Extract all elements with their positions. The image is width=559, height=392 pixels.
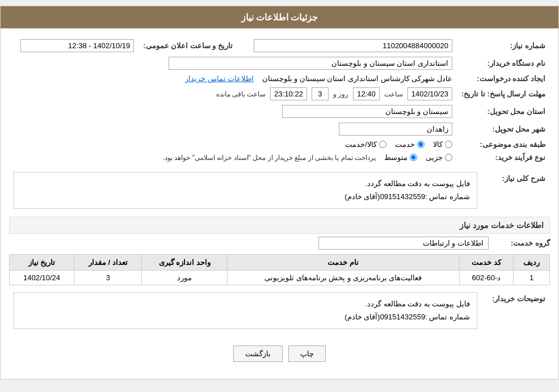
radio-goods-label: کالا <box>433 140 443 149</box>
radio-service[interactable] <box>417 141 424 148</box>
remaining-day-box: 3 <box>312 87 329 100</box>
purchase-type-value: جزیی متوسط پرداخت تمام یا بخشی از مبلغ خ… <box>9 151 457 164</box>
service-group-label: گروه خدمت: <box>493 239 550 247</box>
buyer-desc-box: فایل پیوست به دقت مطالعه گردد. شماره تما… <box>14 292 477 329</box>
creator-text: عادل شهرکی کارشناس استانداری استان سیستا… <box>262 74 452 83</box>
buyer-desc-phone: شماره تماس :09151432559(آقای خادم) <box>21 310 470 323</box>
row-description: شرح کلی نیاز: فایل پیوست به دقت مطالعه گ… <box>9 170 550 211</box>
purchase-radio-medium: متوسط <box>384 153 417 162</box>
category-label: طبقه بندی موضوعی: <box>457 138 550 151</box>
row-creator: ایجاد کننده درخواست: عادل شهرکی کارشناس … <box>9 72 550 85</box>
radio-service-label: خدمت <box>395 140 415 149</box>
page-header: جزئیات اطلاعات نیاز <box>1 6 558 28</box>
services-header-row: ردیف کد خدمت نام خدمت واحد اندازه گیری ت… <box>10 254 550 270</box>
announce-value: 1402/10/19 - 12:38 <box>9 37 138 54</box>
cell-date: 1402/10/24 <box>10 270 74 285</box>
need-number-label: شماره نیاز: <box>457 37 550 54</box>
cell-unit: مورد <box>142 270 227 285</box>
send-date-label: مهلت ارسال پاسخ: تا تاریخ: <box>457 85 550 103</box>
send-date-row: 1402/10/23 ساعت 12:40 روز و 3 23:10:22 س… <box>14 87 452 100</box>
service-group-row: گروه خدمت: اطلاعات و ارتباطات <box>9 237 550 250</box>
back-button[interactable]: بازگشت <box>233 345 283 362</box>
row-category: طبقه بندی موضوعی: کالا خدمت <box>9 138 550 151</box>
creator-label: ایجاد کننده درخواست: <box>457 72 550 85</box>
category-radio-group: کالا خدمت کالا/خدمت <box>14 140 452 149</box>
category-radio-both: کالا/خدمت <box>345 140 386 149</box>
cell-code: د-60-602 <box>459 270 513 285</box>
buyer-name-box: استانداری استان سیستان و بلوچستان <box>169 57 452 70</box>
cell-name: فعالیت‌های برنامه‌ریزی و پخش برنامه‌های … <box>227 270 459 285</box>
print-button[interactable]: چاپ <box>288 345 326 362</box>
send-time-label: ساعت <box>384 90 403 98</box>
radio-goods[interactable] <box>445 141 452 148</box>
row-purchase-type: نوع فرآیند خرید: جزیی متوسط پرداخت تمام … <box>9 151 550 164</box>
remaining-day-label: روز و <box>333 90 348 98</box>
buyer-desc-text: فایل پیوست به دقت مطالعه گردد. <box>21 297 470 310</box>
creator-value: عادل شهرکی کارشناس استانداری استان سیستا… <box>9 72 457 85</box>
category-radio-service: خدمت <box>395 140 424 149</box>
city-label: شهر محل تحویل: <box>457 120 550 138</box>
col-code: کد خدمت <box>459 254 513 270</box>
radio-medium-label: متوسط <box>384 153 407 162</box>
radio-both[interactable] <box>379 141 386 148</box>
radio-both-label: کالا/خدمت <box>345 140 377 149</box>
page-wrapper: جزئیات اطلاعات نیاز شماره نیاز: 11020048… <box>0 6 559 380</box>
city-value: زاهدان <box>9 120 457 138</box>
info-table: شماره نیاز: 1102004884000020 تاریخ و ساع… <box>9 37 550 164</box>
announce-box: 1402/10/19 - 12:38 <box>20 39 134 52</box>
service-group-value: اطلاعات و ارتباطات <box>318 237 489 250</box>
purchase-type-label: نوع فرآیند خرید: <box>457 151 550 164</box>
col-date: تاریخ نیاز <box>10 254 74 270</box>
services-table: ردیف کد خدمت نام خدمت واحد اندازه گیری ت… <box>9 254 550 285</box>
radio-medium[interactable] <box>410 154 417 161</box>
send-time-box: 12:40 <box>353 87 380 100</box>
province-box: سیستان و بلوچستان <box>282 105 452 118</box>
table-row: 1د-60-602فعالیت‌های برنامه‌ریزی و پخش بر… <box>10 270 550 285</box>
city-box: زاهدان <box>339 123 452 136</box>
cell-row: 1 <box>514 270 550 285</box>
services-header-text: اطلاعات خدمات مورد نیاز <box>460 221 544 230</box>
col-unit: واحد اندازه گیری <box>142 254 227 270</box>
services-thead: ردیف کد خدمت نام خدمت واحد اندازه گیری ت… <box>10 254 550 270</box>
description-table: شرح کلی نیاز: فایل پیوست به دقت مطالعه گ… <box>9 170 550 211</box>
category-radio-goods: کالا <box>433 140 452 149</box>
row-need-number: شماره نیاز: 1102004884000020 تاریخ و ساع… <box>9 37 550 54</box>
buyer-desc-value: فایل پیوست به دقت مطالعه گردد. شماره تما… <box>9 290 482 331</box>
need-number-box: 1102004884000020 <box>254 39 452 52</box>
description-text: فایل پیوست به دقت مطالعه گردد. <box>21 177 470 190</box>
col-qty: تعداد / مقدار <box>74 254 142 270</box>
services-section-header: اطلاعات خدمات مورد نیاز <box>9 217 550 234</box>
button-row: چاپ بازگشت <box>9 337 550 370</box>
send-date-box: 1402/10/23 <box>407 87 452 100</box>
col-name: نام خدمت <box>227 254 459 270</box>
purchase-type-group: جزیی متوسط پرداخت تمام یا بخشی از مبلغ خ… <box>14 153 452 162</box>
remaining-time-label: ساعت باقی مانده <box>216 90 266 98</box>
category-value: کالا خدمت کالا/خدمت <box>9 138 457 151</box>
content-area: شماره نیاز: 1102004884000020 تاریخ و ساع… <box>1 28 558 379</box>
purchase-type-note: پرداخت تمام یا بخشی از مبلغ خریدار از مح… <box>163 154 376 162</box>
contact-link[interactable]: اطلاعات تماس خریدار <box>185 74 254 83</box>
buyer-desc-label-text: توضیحات خریدار: <box>492 294 545 303</box>
radio-partial[interactable] <box>445 154 452 161</box>
col-row: ردیف <box>514 254 550 270</box>
description-phone: شماره تماس :09151432559(آقای خادم) <box>21 190 470 203</box>
description-label: شرح کلی نیاز: <box>482 170 550 211</box>
purchase-radio-partial: جزیی <box>426 153 452 162</box>
remaining-time-box: 23:10:22 <box>270 87 307 100</box>
province-value: سیستان و بلوچستان <box>9 103 457 120</box>
row-buyer-desc: توضیحات خریدار: فایل پیوست به دقت مطالعه… <box>9 290 550 331</box>
description-label-text: شرح کلی نیاز: <box>502 174 545 183</box>
buyer-desc-table: توضیحات خریدار: فایل پیوست به دقت مطالعه… <box>9 290 550 331</box>
send-date-value: 1402/10/23 ساعت 12:40 روز و 3 23:10:22 س… <box>9 85 457 103</box>
description-box: فایل پیوست به دقت مطالعه گردد. شماره تما… <box>14 172 477 209</box>
row-buyer-name: نام دستگاه خریدار: استانداری استان سیستا… <box>9 54 550 72</box>
radio-partial-label: جزیی <box>426 153 443 162</box>
announce-label: تاریخ و ساعت اعلان عمومی: <box>138 37 237 54</box>
description-value: فایل پیوست به دقت مطالعه گردد. شماره تما… <box>9 170 482 211</box>
buyer-name-value: استانداری استان سیستان و بلوچستان <box>9 54 457 72</box>
services-tbody: 1د-60-602فعالیت‌های برنامه‌ریزی و پخش بر… <box>10 270 550 285</box>
row-province: استان محل تحویل: سیستان و بلوچستان <box>9 103 550 120</box>
header-title: جزئیات اطلاعات نیاز <box>241 12 318 22</box>
buyer-name-label: نام دستگاه خریدار: <box>457 54 550 72</box>
need-number-value: 1102004884000020 <box>237 37 457 54</box>
